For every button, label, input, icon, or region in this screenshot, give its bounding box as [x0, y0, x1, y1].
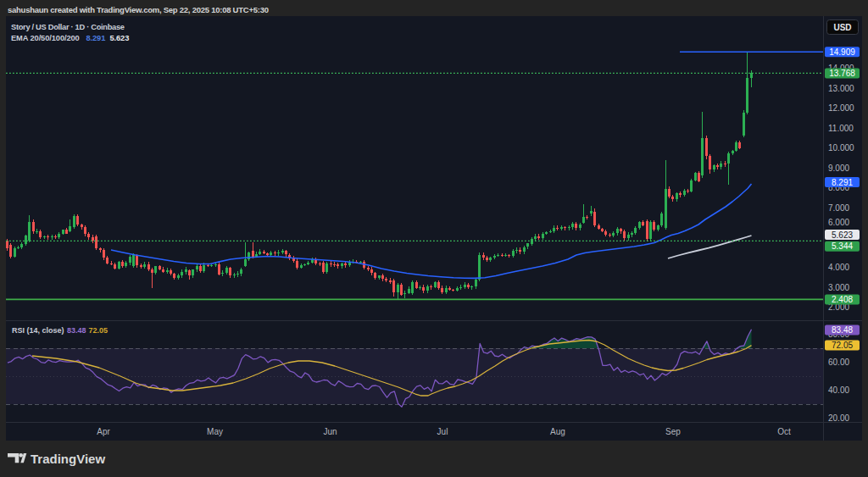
svg-text:4.000: 4.000 [828, 263, 849, 272]
svg-text:RSI (14, close)83.4872.05: RSI (14, close)83.4872.05 [12, 326, 108, 335]
svg-text:83.48: 83.48 [832, 325, 853, 335]
svg-text:14.909: 14.909 [829, 47, 855, 57]
svg-text:7.000: 7.000 [828, 203, 849, 213]
svg-text:11.000: 11.000 [828, 124, 854, 133]
svg-text:Oct: Oct [777, 427, 791, 436]
svg-text:13.000: 13.000 [828, 84, 854, 93]
svg-text:Aug: Aug [550, 427, 565, 436]
svg-text:Jul: Jul [437, 427, 448, 436]
svg-text:Sep: Sep [665, 427, 681, 436]
svg-text:12.000: 12.000 [828, 103, 854, 113]
svg-text:Apr: Apr [97, 427, 110, 436]
svg-text:13.768: 13.768 [829, 69, 855, 78]
svg-text:USD: USD [833, 23, 851, 32]
svg-text:8.291: 8.291 [832, 178, 853, 187]
svg-text:40.00: 40.00 [828, 385, 849, 395]
svg-text:6.000: 6.000 [828, 218, 849, 227]
svg-text:EMA 20/50/100/2008.2915.623: EMA 20/50/100/2008.2915.623 [11, 34, 129, 42]
svg-text:sahushaun created with Trading: sahushaun created with TradingView.com, … [8, 5, 269, 14]
svg-text:2.408: 2.408 [832, 295, 853, 304]
svg-text:5.623: 5.623 [832, 230, 853, 240]
svg-text:72.05: 72.05 [832, 341, 853, 350]
svg-text:9.000: 9.000 [828, 164, 849, 173]
svg-text:Story / US Dollar · 1D · Coinb: Story / US Dollar · 1D · Coinbase [11, 23, 125, 31]
svg-text:TradingView: TradingView [31, 452, 105, 466]
svg-text:May: May [207, 427, 223, 436]
svg-text:5.344: 5.344 [832, 241, 853, 251]
svg-text:3.000: 3.000 [828, 283, 849, 292]
svg-text:Jun: Jun [323, 427, 337, 436]
svg-text:60.00: 60.00 [828, 358, 849, 367]
svg-text:10.000: 10.000 [828, 143, 854, 153]
svg-text:20.00: 20.00 [828, 413, 849, 423]
